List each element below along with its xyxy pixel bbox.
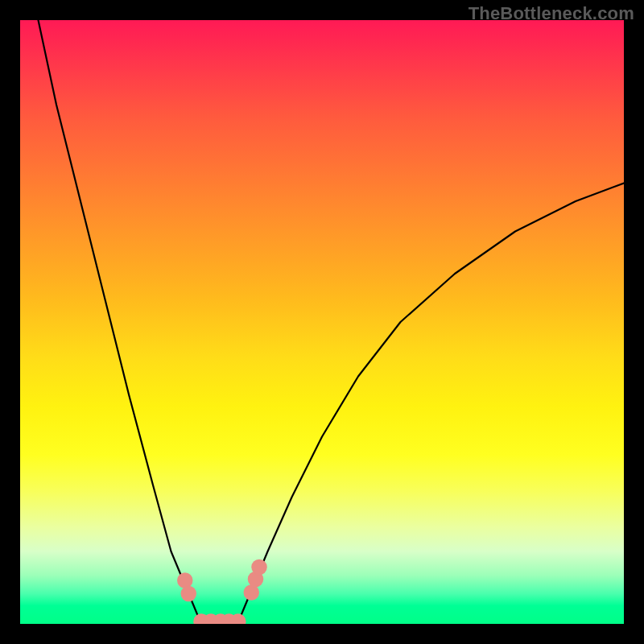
curve-svg bbox=[20, 20, 624, 624]
plot-area bbox=[20, 20, 624, 624]
chart-frame: TheBottleneck.com bbox=[0, 0, 644, 644]
markers-group bbox=[177, 559, 267, 624]
curve-marker bbox=[244, 584, 260, 601]
curve-marker bbox=[181, 586, 197, 602]
curve-marker bbox=[177, 572, 193, 588]
watermark-text: TheBottleneck.com bbox=[469, 3, 634, 24]
curve-marker bbox=[251, 559, 267, 576]
curve-left-arm bbox=[39, 20, 202, 624]
curve-right-arm bbox=[237, 184, 624, 625]
